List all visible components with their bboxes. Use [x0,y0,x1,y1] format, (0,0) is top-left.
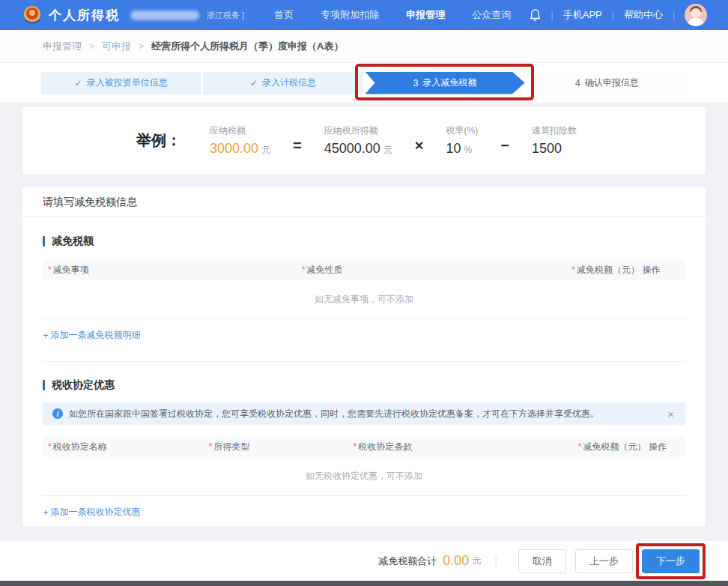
notification-bell-icon[interactable] [529,8,542,22]
formula-example-card: 举例： 应纳税额 3000.00 元 = 应纳税所得额 45000.00 元 ×… [22,107,706,174]
treaty-notice-text: 如您所在国家跟中国签署过税收协定，您可享受税收协定优惠，同时，您需要先进行税收协… [69,408,599,420]
reduction-empty-state: 如无减免事项，可不添加 [43,280,685,319]
next-step-button[interactable]: 下一步 [642,549,700,573]
add-treaty-benefit-button[interactable]: + 添加一条税收协定优惠 [43,506,141,519]
total-reduction-unit: 元 [472,555,481,567]
term-tax-rate: 税率(%) 10 % [446,124,479,157]
taxable-income-value: 45000.00 [324,141,380,157]
app-title: 个人所得税 [49,7,120,24]
col-reduction-nature: *减免性质 [297,264,566,277]
previous-step-button[interactable]: 上一步 [575,549,633,573]
check-icon: ✓ [250,78,258,88]
top-header: 个人所得税 浙江税务 ] 首页 专项附加扣除 申报管理 公众查询 | 手机APP… [0,0,728,30]
nav-declaration-management[interactable]: 申报管理 [406,8,445,22]
multiply-operator: × [415,137,424,154]
col-treaty-name: *税收协定名称 [43,441,204,453]
header-right: | 手机APP | 帮助中心 | [529,4,707,26]
section-marker-bar [43,380,45,390]
step-label: 确认申报信息 [585,76,639,89]
check-icon: ✓ [75,78,82,88]
total-reduction-label: 减免税额合计 [378,555,437,568]
quick-deduction-value: 1500 [532,141,562,157]
section-title-tax-reduction: 减免税额 [43,235,685,248]
col-operation: 操作 [637,264,685,277]
treaty-empty-state: 如无税收协定优惠，可不添加 [43,457,685,496]
step-3-wrapper: 3 录入减免税额 [365,72,525,94]
card-title: 请填写减免税额信息 [22,187,706,217]
breadcrumb-separator: > [89,41,94,52]
step-label: 录入减免税额 [422,76,476,89]
term-tax-payable: 应纳税额 3000.00 元 [210,124,270,157]
breadcrumb: 申报管理 > 可申报 > 经营所得个人所得税月（季）度申报（A表） [0,30,728,63]
example-label: 举例： [136,130,181,151]
reduction-table-header: *减免事项 *减免性质 *减免税额（元） 操作 [43,260,685,280]
col-income-type: *所得类型 [204,441,348,453]
col-treaty-clause: *税收协定条款 [348,441,573,453]
col-reduction-amount: *减免税额（元） [566,264,637,277]
redacted-username [130,10,199,20]
term-taxable-income: 应纳税所得额 45000.00 元 [324,124,392,157]
breadcrumb-declarable[interactable]: 可申报 [102,40,131,53]
tax-bureau-logo-icon [22,5,42,25]
col-reduction-item: *减免事项 [43,264,297,277]
breadcrumb-separator: > [139,41,144,52]
cancel-button[interactable]: 取消 [518,549,566,573]
section-divider [43,361,685,362]
term-quick-deduction: 速算扣除数 1500 [532,124,577,157]
step-2-tax-calculation-info[interactable]: ✓ 录入计税信息 [203,72,363,94]
treaty-table-header: *税收协定名称 *所得类型 *税收协定条款 *减免税额（元） 操作 [43,437,685,457]
step-wizard: ✓ 录入被投资单位信息 ✓ 录入计税信息 3 录入减免税额 4 确认申报信息 [41,72,687,94]
step-number: 3 [413,78,419,88]
nav-special-deduction[interactable]: 专项附加扣除 [321,8,379,22]
plus-icon: + [43,507,49,518]
step-number: 4 [575,78,580,88]
col-treaty-reduction-amount: *减免税额（元） [573,441,643,453]
header-divider: | [612,10,614,20]
plus-icon: + [43,330,49,341]
tax-rate-value: 10 [446,141,461,157]
total-reduction-value: 0.00 [443,553,469,569]
brand: 个人所得税 浙江税务 ] [22,5,244,25]
footer-action-bar: 减免税额合计 0.00 元 | 取消 上一步 下一步 [0,541,728,581]
equals-operator: = [293,137,302,154]
minus-operator: − [500,137,509,154]
info-icon: i [52,408,63,419]
step-label: 录入被投资单位信息 [87,76,168,89]
header-divider: | [673,10,675,20]
section-title-tax-treaty: 税收协定优惠 [43,378,685,392]
org-suffix: 浙江税务 ] [207,10,244,21]
help-center-link[interactable]: 帮助中心 [624,8,663,22]
nav-public-inquiry[interactable]: 公众查询 [472,8,511,22]
header-divider: | [551,10,553,20]
add-reduction-detail-button[interactable]: + 添加一条减免税额明细 [43,329,141,342]
nav-home[interactable]: 首页 [274,8,294,22]
mobile-app-link[interactable]: 手机APP [563,8,602,22]
col-operation: 操作 [643,441,685,453]
step-label: 录入计税信息 [262,76,316,89]
treaty-info-banner: i 如您所在国家跟中国签署过税收协定，您可享受税收协定优惠，同时，您需要先进行税… [43,402,685,425]
breadcrumb-declaration-management[interactable]: 申报管理 [43,40,82,53]
tax-payable-value: 3000.00 [210,141,258,157]
bottom-border-strip [0,581,728,586]
section-marker-bar [43,236,45,247]
banner-close-icon[interactable]: × [666,408,676,420]
next-step-wrapper: 下一步 [642,549,700,573]
step-1-invested-entity-info[interactable]: ✓ 录入被投资单位信息 [41,72,201,94]
reduction-info-card: 请填写减免税额信息 减免税额 *减免事项 *减免性质 *减免税额（元） 操作 如… [22,187,706,526]
breadcrumb-current-page: 经营所得个人所得税月（季）度申报（A表） [151,40,343,53]
user-avatar[interactable] [685,4,707,26]
step-4-confirm-declaration: 4 确认申报信息 [527,72,687,94]
footer-divider: | [494,555,497,567]
top-nav: 首页 专项附加扣除 申报管理 公众查询 [274,8,511,22]
step-3-tax-reduction-entry[interactable]: 3 录入减免税额 [365,72,525,94]
step-wizard-band: ✓ 录入被投资单位信息 ✓ 录入计税信息 3 录入减免税额 4 确认申报信息 [0,63,728,103]
